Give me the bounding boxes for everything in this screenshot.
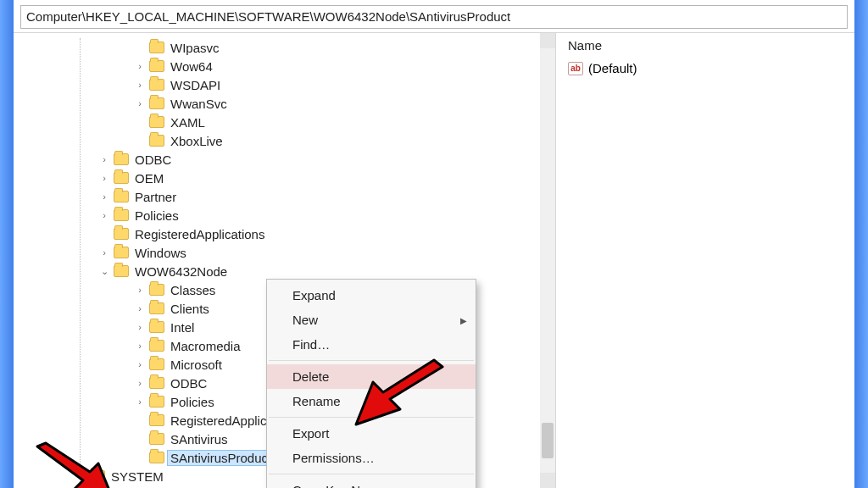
address-bar-container: Computer\HKEY_LOCAL_MACHINE\SOFTWARE\WOW…: [14, 0, 854, 32]
folder-icon: [149, 414, 164, 426]
chevron-right-icon[interactable]: ›: [134, 285, 146, 295]
folder-icon: [149, 340, 164, 352]
values-pane[interactable]: Name ab (Default): [556, 33, 854, 488]
tree-item-label[interactable]: RegisteredApplications: [132, 227, 267, 241]
folder-icon: [149, 135, 164, 147]
folder-icon: [149, 284, 164, 296]
menu-item[interactable]: Permissions…: [267, 446, 476, 470]
chevron-right-icon[interactable]: ›: [134, 61, 146, 71]
tree-item-label[interactable]: OEM: [132, 171, 166, 186]
folder-icon: [149, 433, 164, 445]
tree-pane[interactable]: WIpasvc›Wow64›WSDAPI›WwanSvcXAMLXboxLive…: [14, 33, 556, 488]
tree-item[interactable]: ›Policies: [14, 206, 555, 225]
tree-item-label[interactable]: XboxLive: [168, 134, 225, 148]
tree-item[interactable]: ›WwanSvc: [14, 94, 555, 113]
tree-item-label[interactable]: ODBC: [132, 152, 174, 167]
menu-separator: [269, 360, 474, 361]
tree-item-label[interactable]: Intel: [168, 320, 197, 335]
folder-icon: [149, 97, 164, 109]
tree-item-label[interactable]: Clients: [168, 302, 212, 316]
folder-icon: [114, 209, 129, 221]
tree-item-label[interactable]: Microsoft: [168, 358, 225, 372]
tree-item[interactable]: ⌄WOW6432Node: [14, 262, 555, 280]
tree-item-label[interactable]: SYSTEM: [108, 469, 166, 484]
tree-item[interactable]: XAML: [14, 113, 555, 131]
folder-icon: [149, 396, 164, 408]
tree-item-label[interactable]: ODBC: [168, 376, 209, 391]
chevron-right-icon[interactable]: ›: [98, 247, 110, 258]
context-menu[interactable]: ExpandNew▶Find…DeleteRenameExportPermiss…: [266, 279, 476, 488]
folder-icon: [149, 452, 164, 463]
scroll-down-button[interactable]: [540, 473, 555, 488]
value-name: (Default): [588, 61, 637, 75]
folder-icon: [90, 470, 105, 482]
regedit-window: Computer\HKEY_LOCAL_MACHINE\SOFTWARE\WOW…: [14, 0, 854, 488]
tree-item[interactable]: XboxLive: [14, 131, 555, 150]
folder-icon: [149, 358, 164, 370]
tree-item-label[interactable]: Partner: [132, 190, 179, 204]
tree-item[interactable]: WIpasvc: [14, 38, 555, 57]
chevron-right-icon[interactable]: ›: [134, 341, 146, 351]
chevron-right-icon[interactable]: ›: [134, 322, 146, 332]
values-header-name[interactable]: Name: [565, 38, 846, 53]
scroll-thumb[interactable]: [542, 423, 554, 458]
tree-item[interactable]: ›ODBC: [14, 150, 555, 169]
tree-item-label[interactable]: WwanSvc: [168, 97, 230, 111]
tree-item-label[interactable]: Macromedia: [168, 339, 243, 353]
value-row-default[interactable]: ab (Default): [565, 59, 846, 77]
chevron-right-icon[interactable]: ›: [134, 303, 146, 313]
tree-item-label[interactable]: Classes: [168, 283, 218, 297]
menu-item[interactable]: Copy Key Name: [267, 478, 476, 488]
chevron-right-icon[interactable]: ›: [134, 359, 146, 369]
chevron-right-icon[interactable]: ›: [75, 471, 86, 481]
folder-icon: [149, 377, 164, 389]
folder-icon: [149, 79, 164, 91]
string-value-icon: ab: [568, 62, 583, 75]
tree-item[interactable]: ›OEM: [14, 169, 555, 187]
tree-item-label[interactable]: WSDAPI: [168, 78, 223, 92]
chevron-right-icon[interactable]: ›: [134, 80, 146, 90]
folder-icon: [114, 247, 129, 258]
folder-icon: [114, 191, 129, 202]
folder-icon: [149, 116, 164, 128]
chevron-right-icon[interactable]: ›: [98, 191, 110, 202]
menu-item[interactable]: Rename: [267, 389, 476, 413]
scroll-up-button[interactable]: [540, 33, 555, 48]
menu-item[interactable]: Delete: [267, 364, 476, 389]
tree-item[interactable]: ›Windows: [14, 243, 555, 262]
tree-item[interactable]: ›Partner: [14, 187, 555, 206]
tree-item[interactable]: ›WSDAPI: [14, 75, 555, 94]
tree-item[interactable]: RegisteredApplications: [14, 225, 555, 243]
menu-item[interactable]: Find…: [267, 332, 476, 357]
folder-icon: [114, 153, 129, 165]
tree-item-label[interactable]: Policies: [132, 208, 181, 223]
chevron-right-icon[interactable]: ›: [98, 173, 110, 183]
menu-item[interactable]: Expand: [267, 283, 476, 308]
menu-item[interactable]: Export: [267, 421, 476, 446]
tree-item-label[interactable]: XAML: [168, 115, 208, 130]
tree-item-label[interactable]: Wow64: [168, 59, 215, 74]
tree-item-label[interactable]: SAntivirus: [168, 432, 231, 446]
chevron-right-icon[interactable]: ›: [134, 378, 146, 388]
chevron-right-icon[interactable]: ›: [98, 210, 110, 220]
tree-item-label[interactable]: Policies: [168, 395, 217, 409]
menu-separator: [269, 417, 474, 418]
menu-separator: [269, 474, 474, 474]
chevron-right-icon[interactable]: ›: [98, 154, 110, 164]
menu-item[interactable]: New▶: [267, 308, 476, 332]
folder-icon: [114, 172, 129, 184]
folder-icon: [149, 302, 164, 314]
chevron-right-icon[interactable]: ›: [134, 396, 146, 407]
folder-icon: [114, 265, 129, 277]
chevron-right-icon[interactable]: ›: [134, 98, 146, 108]
tree-item[interactable]: ›Wow64: [14, 57, 555, 75]
tree-item-label[interactable]: RegisteredApplica: [168, 413, 276, 428]
address-bar[interactable]: Computer\HKEY_LOCAL_MACHINE\SOFTWARE\WOW…: [20, 5, 848, 29]
folder-icon: [149, 60, 164, 72]
chevron-down-icon[interactable]: ⌄: [98, 266, 110, 277]
tree-item-label[interactable]: WOW6432Node: [132, 264, 230, 279]
tree-item-label[interactable]: SAntivirusProduct: [168, 451, 274, 465]
tree-scrollbar[interactable]: [540, 33, 555, 488]
tree-item-label[interactable]: WIpasvc: [168, 41, 222, 55]
tree-item-label[interactable]: Windows: [132, 246, 189, 260]
